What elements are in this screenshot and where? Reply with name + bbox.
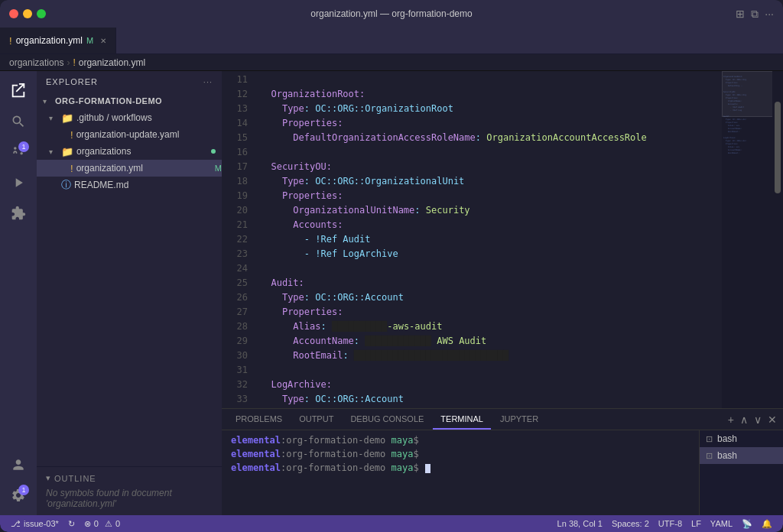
modified-badge: M bbox=[215, 164, 222, 173]
activity-search[interactable] bbox=[5, 108, 32, 135]
bash-instance-2[interactable]: ⊡ bash bbox=[700, 447, 783, 464]
spaces-text: Spaces: 2 bbox=[612, 519, 649, 528]
activity-extensions[interactable] bbox=[5, 200, 32, 227]
warning-count: 0 bbox=[115, 519, 120, 528]
split-icon[interactable]: ⧉ bbox=[751, 8, 759, 21]
project-label: ORG-FORMATION-DEMO bbox=[55, 96, 162, 105]
breadcrumb-organizations[interactable]: organizations bbox=[9, 57, 63, 68]
tab-jupyter[interactable]: JUPYTER bbox=[492, 409, 546, 430]
sidebar: Explorer ··· ▾ ORG-FORMATION-DEMO ▾ 📁 bbox=[37, 71, 222, 515]
status-right: Ln 38, Col 1 Spaces: 2 UTF-8 LF YAML 📡 bbox=[553, 519, 777, 529]
terminal-icon: ⊡ bbox=[706, 451, 713, 461]
tab-debug-console[interactable]: DEBUG CONSOLE bbox=[343, 409, 431, 430]
maximize-button[interactable] bbox=[37, 9, 46, 18]
activity-run[interactable] bbox=[5, 169, 32, 196]
breadcrumb-separator: › bbox=[67, 57, 70, 68]
minimize-button[interactable] bbox=[23, 9, 32, 18]
breadcrumb-file-icon: ! bbox=[73, 57, 75, 68]
source-control-badge: 1 bbox=[18, 141, 29, 152]
modified-dot bbox=[211, 149, 216, 154]
activity-settings[interactable]: 1 bbox=[5, 482, 32, 509]
tree-project-root[interactable]: ▾ ORG-FORMATION-DEMO bbox=[37, 92, 222, 109]
sidebar-header-actions[interactable]: ··· bbox=[203, 77, 213, 86]
terminal-line: elemental:org-formation-demo maya$ bbox=[231, 447, 690, 461]
status-errors[interactable]: ⊗ 0 ⚠ 0 bbox=[80, 515, 125, 532]
outline-empty-message: No symbols found in document 'organizati… bbox=[46, 488, 213, 509]
tree-label: organization.yml bbox=[76, 163, 209, 174]
info-icon: ⓘ bbox=[61, 178, 71, 192]
status-position[interactable]: Ln 38, Col 1 bbox=[553, 519, 607, 528]
chevron-down-icon[interactable]: ∨ bbox=[754, 414, 762, 426]
chevron-up-icon[interactable]: ∧ bbox=[740, 414, 748, 426]
panel-area: PROBLEMS OUTPUT DEBUG CONSOLE TERMINAL J… bbox=[222, 408, 783, 515]
tab-close-icon[interactable]: ✕ bbox=[100, 37, 106, 45]
panel-actions: + ∧ ∨ ✕ bbox=[728, 414, 777, 426]
terminal-prompt: elemental bbox=[231, 462, 281, 473]
branch-name: issue-03* bbox=[24, 519, 59, 528]
bell-icon: 🔔 bbox=[762, 519, 772, 529]
more-icon[interactable]: ··· bbox=[203, 77, 213, 86]
folder-icon: 📁 bbox=[61, 146, 73, 157]
terminal-line: elemental:org-formation-demo maya$ bbox=[231, 461, 690, 475]
window-controls[interactable] bbox=[9, 9, 46, 18]
close-button[interactable] bbox=[9, 9, 18, 18]
status-bell[interactable]: 🔔 bbox=[757, 519, 777, 529]
scrollbar[interactable] bbox=[772, 71, 783, 408]
status-bar: ⎇ issue-03* ↻ ⊗ 0 ⚠ 0 Ln 38, Col 1 Space… bbox=[0, 515, 783, 532]
add-terminal-icon[interactable]: + bbox=[728, 414, 734, 426]
status-language[interactable]: YAML bbox=[706, 519, 737, 528]
editor-content[interactable]: 1112131415161718192021222324252627282930… bbox=[222, 71, 783, 408]
activity-explorer[interactable] bbox=[5, 77, 32, 105]
window-title: organization.yml — org-formation-demo bbox=[310, 8, 472, 19]
outline-header[interactable]: ▾ OUTLINE bbox=[46, 473, 213, 483]
tree-label: organization-update.yaml bbox=[76, 129, 222, 140]
code-editor[interactable]: OrganizationRoot: Type: OC::ORG::Organiz… bbox=[254, 71, 722, 408]
tab-problems[interactable]: PROBLEMS bbox=[228, 409, 290, 430]
status-encoding[interactable]: UTF-8 bbox=[654, 519, 687, 528]
language-text: YAML bbox=[710, 519, 733, 528]
error-icon: ⊗ bbox=[84, 519, 91, 529]
close-panel-icon[interactable]: ✕ bbox=[768, 414, 777, 426]
tab-terminal[interactable]: TERMINAL bbox=[433, 409, 491, 430]
tree-readme[interactable]: ⓘ README.md bbox=[37, 177, 222, 193]
chevron-down-icon: ▾ bbox=[43, 97, 52, 105]
status-sync[interactable]: ↻ bbox=[63, 515, 80, 532]
activity-source-control[interactable]: 1 bbox=[5, 138, 32, 166]
terminal-prompt: elemental bbox=[231, 449, 281, 459]
status-broadcast[interactable]: 📡 bbox=[737, 519, 757, 529]
position-text: Ln 38, Col 1 bbox=[557, 519, 603, 528]
status-eol[interactable]: LF bbox=[687, 519, 706, 528]
activity-account[interactable] bbox=[5, 451, 32, 478]
activity-bar: 1 1 bbox=[0, 71, 37, 515]
scrollbar-thumb[interactable] bbox=[775, 102, 781, 193]
folder-icon: 📁 bbox=[61, 112, 73, 124]
tab-organization-yml[interactable]: ! organization.yml M ✕ bbox=[0, 28, 116, 54]
breadcrumb: organizations › ! organization.yml bbox=[0, 54, 783, 71]
tree-label: .github / workflows bbox=[76, 112, 222, 123]
file-tree: ▾ ORG-FORMATION-DEMO ▾ 📁 .github / workf… bbox=[37, 92, 222, 466]
bash-instance-1[interactable]: ⊡ bash bbox=[700, 430, 783, 447]
tree-github-workflows[interactable]: ▾ 📁 .github / workflows bbox=[37, 109, 222, 126]
tab-warn-icon: ! bbox=[9, 35, 12, 47]
status-spaces[interactable]: Spaces: 2 bbox=[607, 519, 654, 528]
encoding-text: UTF-8 bbox=[658, 519, 682, 528]
tree-organizations-dir[interactable]: ▾ 📁 organizations bbox=[37, 143, 222, 160]
terminal-cursor bbox=[425, 464, 430, 473]
warn-icon: ! bbox=[70, 129, 73, 141]
more-icon[interactable]: ··· bbox=[765, 8, 774, 21]
bash-label: bash bbox=[717, 433, 737, 444]
tab-output[interactable]: OUTPUT bbox=[291, 409, 341, 430]
chevron-down-icon: ▾ bbox=[49, 148, 58, 156]
tree-org-update-yaml[interactable]: ! organization-update.yaml bbox=[37, 126, 222, 143]
breadcrumb-filename: organization.yml bbox=[79, 57, 145, 68]
layout-icon[interactable]: ⊞ bbox=[736, 8, 745, 21]
tab-label: organization.yml bbox=[16, 35, 83, 46]
eol-text: LF bbox=[691, 519, 701, 528]
terminal-content[interactable]: elemental:org-formation-demo maya$ eleme… bbox=[222, 430, 699, 515]
editor-area: 1112131415161718192021222324252627282930… bbox=[222, 71, 783, 515]
status-branch[interactable]: ⎇ issue-03* bbox=[6, 515, 63, 532]
titlebar-actions: ⊞ ⧉ ··· bbox=[736, 8, 774, 21]
bash-instances-panel: ⊡ bash ⊡ bash bbox=[699, 430, 783, 515]
tab-modified: M bbox=[86, 36, 93, 45]
tree-organization-yml[interactable]: ! organization.yml M bbox=[37, 160, 222, 177]
